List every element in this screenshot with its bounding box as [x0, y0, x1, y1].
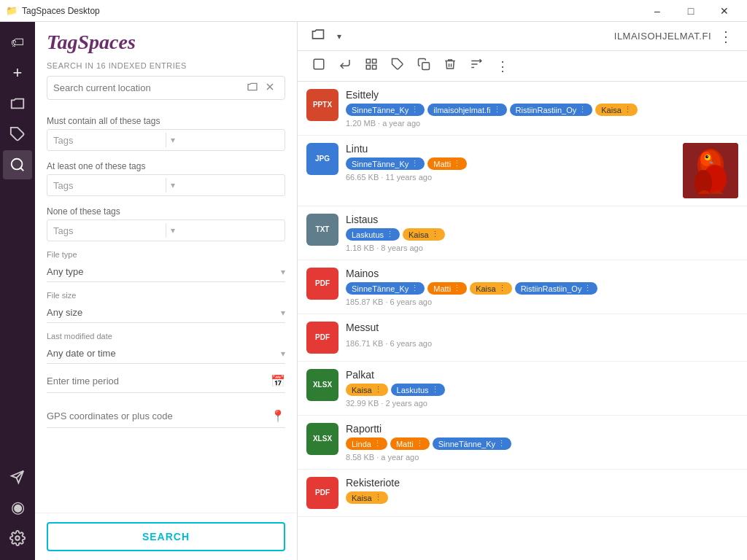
tag-chip[interactable]: Kaisa ⋮ [595, 104, 638, 116]
tag-chip[interactable]: RistiinRastiin_Oy ⋮ [515, 282, 598, 295]
tag-chip[interactable]: Kaisa ⋮ [403, 228, 445, 241]
file-info: Messut 186.71 KB · 6 years ago [346, 322, 738, 348]
tag-chip[interactable]: Kaisa ⋮ [346, 491, 388, 504]
must-contain-chevron-icon: ▾ [171, 135, 279, 145]
grid-view-button[interactable] [359, 53, 384, 79]
svg-rect-10 [373, 66, 376, 69]
none-chevron-icon: ▾ [171, 225, 279, 236]
tag-chip[interactable]: Matti ⋮ [390, 438, 430, 450]
sidebar-item-circle[interactable]: ◉ [3, 493, 32, 522]
tag-button[interactable] [385, 53, 410, 79]
none-label: None of these tags [47, 206, 285, 217]
right-panel: ▾ ILMAISOHJELMAT.FI ⋮ [298, 22, 747, 560]
file-size-value: Any size [47, 307, 281, 318]
file-name: Raportti [346, 423, 738, 435]
minimize-button[interactable]: – [640, 0, 674, 22]
sidebar-item-add[interactable]: + [3, 58, 32, 88]
folder-open-button[interactable] [306, 24, 330, 48]
file-item[interactable]: TXT Listaus Laskutus ⋮ Kaisa ⋮ 1.18 KB ·… [298, 206, 747, 260]
tag-chip[interactable]: SinneTänne_Ky ⋮ [433, 438, 511, 450]
file-name: Rekisteriote [346, 477, 738, 489]
window-controls: – □ ✕ [640, 0, 741, 22]
tag-chip[interactable]: Matti ⋮ [427, 282, 467, 295]
tag-chip[interactable]: Laskutus ⋮ [346, 228, 400, 241]
file-name: Mainos [346, 268, 738, 279]
calendar-icon: 📅 [271, 374, 285, 388]
file-type-select[interactable]: Any type ▾ [47, 262, 285, 282]
search-folder-button[interactable] [244, 79, 261, 96]
file-meta: 1.20 MB · a year ago [346, 119, 738, 128]
tag-chip[interactable]: ilmaisohjelmat.fi ⋮ [427, 104, 506, 116]
file-type-badge: PDF [306, 477, 338, 509]
sort-button[interactable] [464, 53, 489, 79]
at-least-chevron-icon: ▾ [171, 180, 279, 190]
file-info: Palkat Kaisa ⋮ Laskutus ⋮ 32.99 KB · 2 y… [346, 369, 738, 408]
delete-button[interactable] [438, 53, 462, 79]
file-info: Mainos SinneTänne_Ky ⋮ Matti ⋮ Kaisa ⋮ R… [346, 268, 738, 306]
file-type-badge: XLSX [306, 423, 338, 455]
tags-divider [166, 133, 166, 147]
file-item[interactable]: JPG Lintu SinneTänne_Ky ⋮ Matti ⋮ 66.65 … [298, 136, 747, 206]
last-modified-chevron-icon: ▾ [281, 349, 285, 359]
search-input[interactable] [53, 82, 244, 93]
tag-chip[interactable]: Laskutus ⋮ [391, 384, 445, 396]
file-item[interactable]: PDF Mainos SinneTänne_Ky ⋮ Matti ⋮ Kaisa… [298, 260, 747, 314]
search-input-row [47, 76, 285, 100]
must-contain-tags-row[interactable]: Tags ▾ [47, 129, 285, 151]
last-modified-select[interactable]: Any date or time ▾ [47, 343, 285, 364]
must-contain-tags-value: Tags [53, 135, 161, 146]
search-button[interactable]: SEARCH [47, 522, 285, 551]
search-count-label: SEARCH in 16 indexed entries [47, 61, 285, 70]
sidebar-item-settings[interactable] [3, 524, 32, 553]
go-up-button[interactable] [333, 53, 357, 79]
file-item[interactable]: XLSX Raportti Linda ⋮ Matti ⋮ SinneTänne… [298, 416, 747, 470]
tag-chip[interactable]: SinneTänne_Ky ⋮ [346, 104, 425, 116]
at-least-tags-row[interactable]: Tags ▾ [47, 174, 285, 196]
tag-chip[interactable]: SinneTänne_Ky ⋮ [346, 282, 425, 295]
file-item[interactable]: XLSX Palkat Kaisa ⋮ Laskutus ⋮ 32.99 KB … [298, 362, 747, 416]
close-button[interactable]: ✕ [708, 0, 741, 22]
folder-dropdown-button[interactable]: ▾ [333, 28, 346, 44]
tag-chip[interactable]: SinneTänne_Ky ⋮ [346, 158, 425, 170]
file-tags: Kaisa ⋮ [346, 491, 738, 504]
tag-chip[interactable]: RistiinRastiin_Oy ⋮ [510, 104, 593, 116]
titlebar-title: TagSpaces Desktop [22, 6, 640, 16]
file-type-label: File type [47, 250, 285, 259]
file-type-badge: PDF [306, 268, 338, 300]
file-name: Listaus [346, 214, 738, 225]
tag-chip[interactable]: Linda ⋮ [346, 438, 387, 450]
more-options-button[interactable]: ⋮ [714, 25, 738, 48]
copy-button[interactable] [411, 53, 436, 79]
tag-chip[interactable]: Matti ⋮ [427, 158, 467, 170]
file-type-field: File type Any type ▾ [47, 250, 285, 282]
gps-input[interactable] [47, 411, 271, 421]
file-size-select[interactable]: Any size ▾ [47, 303, 285, 323]
file-item[interactable]: PPTX Esittely SinneTänne_Ky ⋮ ilmaisohje… [298, 82, 747, 136]
search-clear-button[interactable] [261, 79, 279, 96]
time-period-row: 📅 [47, 370, 285, 393]
sidebar-item-tag[interactable]: 🏷 [3, 28, 32, 57]
file-item[interactable]: PDF Messut 186.71 KB · 6 years ago [298, 314, 747, 362]
tag-chip[interactable]: Kaisa ⋮ [346, 384, 388, 396]
svg-rect-6 [314, 59, 324, 69]
file-toolbar: ⋮ [298, 51, 747, 82]
file-info: Rekisteriote Kaisa ⋮ [346, 477, 738, 507]
sidebar-item-folder[interactable] [3, 89, 32, 118]
maximize-button[interactable]: □ [674, 0, 708, 22]
icon-sidebar: 🏷 + ◉ [0, 22, 35, 560]
file-tags: Laskutus ⋮ Kaisa ⋮ [346, 228, 738, 241]
none-tags-value: Tags [53, 225, 161, 236]
at-least-label: At least one of these tags [47, 161, 285, 171]
location-label: ILMAISOHJELMAT.FI [614, 31, 711, 42]
sidebar-item-tag2[interactable] [3, 120, 32, 149]
none-tags-row[interactable]: Tags ▾ [47, 219, 285, 241]
file-type-chevron-icon: ▾ [281, 267, 285, 277]
tag-chip[interactable]: Kaisa ⋮ [470, 282, 512, 295]
more-file-options-button[interactable]: ⋮ [490, 54, 516, 79]
file-item[interactable]: PDF Rekisteriote Kaisa ⋮ [298, 470, 747, 517]
select-all-button[interactable] [306, 53, 331, 79]
time-period-input[interactable] [47, 376, 271, 386]
sidebar-item-plane[interactable] [3, 462, 32, 491]
file-type-badge: TXT [306, 214, 338, 246]
sidebar-item-search[interactable] [3, 150, 32, 179]
